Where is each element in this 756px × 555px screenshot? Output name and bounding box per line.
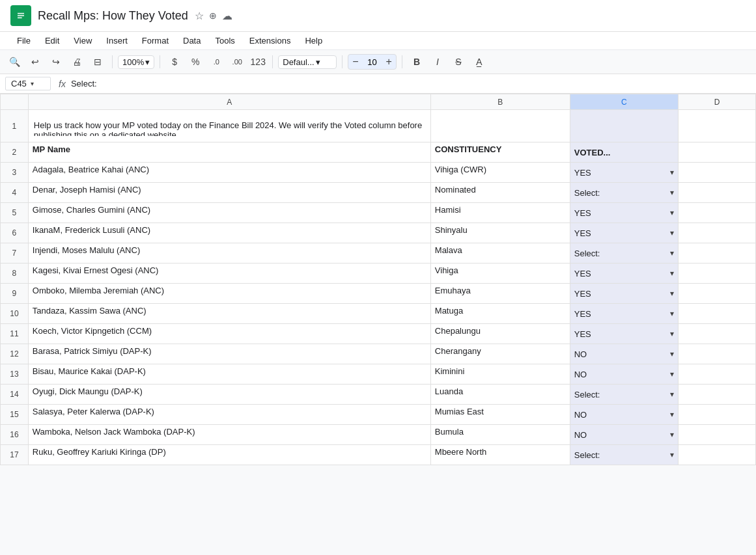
cell-13-c[interactable]: NO▾ xyxy=(570,364,678,385)
cell-13-a[interactable]: Bisau, Maurice Kakai (DAP-K) xyxy=(28,364,430,385)
cell-2-c[interactable]: VOTED... xyxy=(570,142,678,163)
cell-9-b[interactable]: Emuhaya xyxy=(430,284,570,304)
cell-4-a[interactable]: Denar, Joseph Hamisi (ANC) xyxy=(28,183,430,203)
cell-16-c[interactable]: NO▾ xyxy=(570,425,678,445)
cell-6-b[interactable]: Shinyalu xyxy=(430,223,570,243)
dropdown-arrow-4[interactable]: ▾ xyxy=(670,188,674,197)
cell-9-c[interactable]: YES▾ xyxy=(570,284,678,304)
cell-17-b[interactable]: Mbeere North xyxy=(430,445,570,465)
cell-1-b[interactable] xyxy=(430,110,570,142)
cell-5-b[interactable]: Hamisi xyxy=(430,203,570,223)
cell-14-a[interactable]: Oyugi, Dick Maungu (DAP-K) xyxy=(28,385,430,405)
print-button[interactable]: 🖨 xyxy=(68,53,86,71)
dropdown-arrow-17[interactable]: ▾ xyxy=(670,450,674,459)
history-icon[interactable]: ⊕ xyxy=(209,10,217,21)
col-header-c[interactable]: C xyxy=(570,94,678,110)
cell-11-d[interactable] xyxy=(679,324,756,344)
cell-4-c[interactable]: Select:▾ xyxy=(570,183,678,203)
dropdown-arrow-7[interactable]: ▾ xyxy=(670,249,674,258)
dropdown-arrow-6[interactable]: ▾ xyxy=(670,228,674,237)
cell-17-a[interactable]: Ruku, Geoffrey Kariuki Kiringa (DP) xyxy=(28,445,430,465)
cell-4-d[interactable] xyxy=(679,183,756,203)
undo-button[interactable]: ↩ xyxy=(26,53,44,71)
cell-4-b[interactable]: Nominated xyxy=(430,183,570,203)
search-button[interactable]: 🔍 xyxy=(5,53,23,71)
cell-7-a[interactable]: Injendi, Moses Malulu (ANC) xyxy=(28,243,430,264)
cell-5-a[interactable]: Gimose, Charles Gumini (ANC) xyxy=(28,203,430,223)
menu-edit[interactable]: Edit xyxy=(38,33,66,48)
font-selector[interactable]: Defaul... ▾ xyxy=(278,55,337,69)
cell-5-c[interactable]: YES▾ xyxy=(570,203,678,223)
cell-1-d[interactable] xyxy=(679,110,756,142)
menu-help[interactable]: Help xyxy=(298,33,329,48)
cell-10-c[interactable]: YES▾ xyxy=(570,304,678,324)
decimal-less-button[interactable]: .0 xyxy=(207,53,225,71)
font-size-decrease[interactable]: − xyxy=(348,55,362,69)
cell-12-b[interactable]: Cherangany xyxy=(430,344,570,364)
dropdown-arrow-11[interactable]: ▾ xyxy=(670,329,674,338)
menu-tools[interactable]: Tools xyxy=(208,33,241,48)
dropdown-arrow-12[interactable]: ▾ xyxy=(670,349,674,359)
cell-15-b[interactable]: Mumias East xyxy=(430,405,570,425)
font-size-increase[interactable]: + xyxy=(382,55,396,69)
cell-3-b[interactable]: Vihiga (CWR) xyxy=(430,163,570,183)
cell-6-d[interactable] xyxy=(679,223,756,243)
cell-14-c[interactable]: Select:▾ xyxy=(570,385,678,405)
cell-8-c[interactable]: YES▾ xyxy=(570,264,678,284)
currency-button[interactable]: $ xyxy=(165,53,184,71)
cell-9-d[interactable] xyxy=(679,284,756,304)
cell-16-a[interactable]: Wamboka, Nelson Jack Wamboka (DAP-K) xyxy=(28,425,430,445)
decimal-more-button[interactable]: .00 xyxy=(228,53,246,71)
cell-17-c[interactable]: Select:▾ xyxy=(570,445,678,465)
cell-3-c[interactable]: YES▾ xyxy=(570,163,678,183)
col-header-a[interactable]: A xyxy=(28,94,430,110)
cell-12-c[interactable]: NO▾ xyxy=(570,344,678,364)
cell-6-c[interactable]: YES▾ xyxy=(570,223,678,243)
cell-2-a[interactable]: MP Name xyxy=(28,142,430,163)
cell-15-a[interactable]: Salasya, Peter Kalerwa (DAP-K) xyxy=(28,405,430,425)
cell-13-d[interactable] xyxy=(679,364,756,385)
cell-14-d[interactable] xyxy=(679,385,756,405)
cell-7-d[interactable] xyxy=(679,243,756,264)
dropdown-arrow-15[interactable]: ▾ xyxy=(670,410,674,419)
cell-12-a[interactable]: Barasa, Patrick Simiyu (DAP-K) xyxy=(28,344,430,364)
cell-14-b[interactable]: Luanda xyxy=(430,385,570,405)
dropdown-arrow-8[interactable]: ▾ xyxy=(670,269,674,278)
cell-7-b[interactable]: Malava xyxy=(430,243,570,264)
cell-12-d[interactable] xyxy=(679,344,756,364)
menu-insert[interactable]: Insert xyxy=(100,33,134,48)
dropdown-arrow-3[interactable]: ▾ xyxy=(670,168,674,177)
cell-3-d[interactable] xyxy=(679,163,756,183)
dropdown-arrow-5[interactable]: ▾ xyxy=(670,208,674,217)
zoom-control[interactable]: 100% ▾ xyxy=(118,55,154,69)
cell-16-d[interactable] xyxy=(679,425,756,445)
cell-5-d[interactable] xyxy=(679,203,756,223)
cell-10-b[interactable]: Matuga xyxy=(430,304,570,324)
cell-16-b[interactable]: Bumula xyxy=(430,425,570,445)
paint-format-button[interactable]: ⊟ xyxy=(89,53,107,71)
col-header-b[interactable]: B xyxy=(430,94,570,110)
cell-reference-box[interactable]: C45 ▾ xyxy=(5,77,51,90)
cell-13-b[interactable]: Kiminini xyxy=(430,364,570,385)
percent-button[interactable]: % xyxy=(186,53,204,71)
menu-view[interactable]: View xyxy=(67,33,98,48)
font-size-input[interactable] xyxy=(363,57,382,67)
cell-2-d[interactable] xyxy=(679,142,756,163)
cell-17-d[interactable] xyxy=(679,445,756,465)
cell-10-a[interactable]: Tandaza, Kassim Sawa (ANC) xyxy=(28,304,430,324)
cell-3-a[interactable]: Adagala, Beatrice Kahai (ANC) xyxy=(28,163,430,183)
cell-1-c[interactable] xyxy=(570,110,678,142)
menu-file[interactable]: File xyxy=(10,33,37,48)
italic-button[interactable]: I xyxy=(428,53,447,71)
cell-1-a[interactable]: Help us track how your MP voted today on… xyxy=(28,110,430,142)
cell-8-b[interactable]: Vihiga xyxy=(430,264,570,284)
cell-ref-dropdown[interactable]: ▾ xyxy=(31,80,34,87)
cell-6-a[interactable]: IkanaM, Frederick Lusuli (ANC) xyxy=(28,223,430,243)
cell-2-b[interactable]: CONSTITUENCY xyxy=(430,142,570,163)
menu-extensions[interactable]: Extensions xyxy=(243,33,298,48)
bold-button[interactable]: B xyxy=(408,53,426,71)
cell-7-c[interactable]: Select:▾ xyxy=(570,243,678,264)
dropdown-arrow-9[interactable]: ▾ xyxy=(670,289,674,298)
cell-15-d[interactable] xyxy=(679,405,756,425)
cell-8-a[interactable]: Kagesi, Kivai Ernest Ogesi (ANC) xyxy=(28,264,430,284)
